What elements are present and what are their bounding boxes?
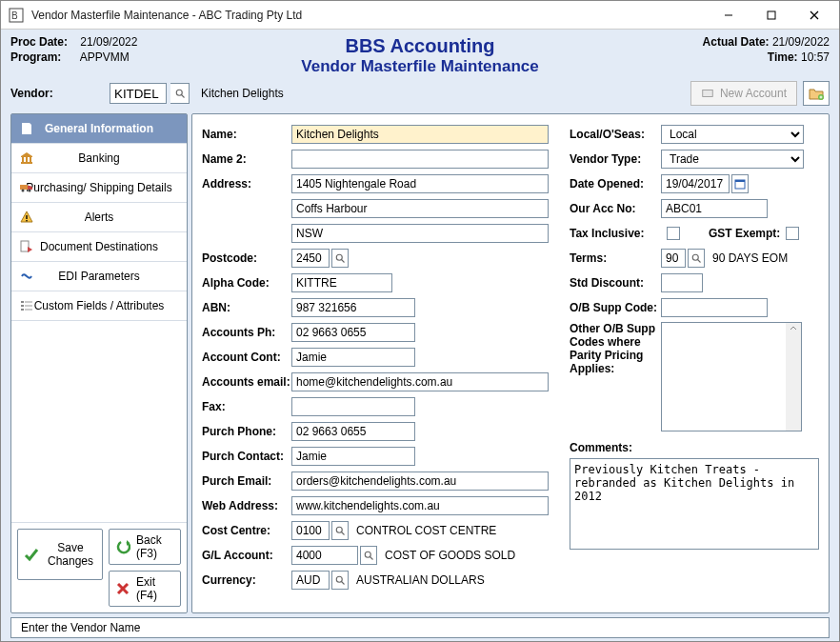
- addr2-input[interactable]: [291, 199, 549, 218]
- svg-line-35: [342, 532, 345, 535]
- exit-label: Exit (F4): [136, 575, 174, 602]
- purch-cont-input[interactable]: [291, 447, 415, 466]
- main-panel: Name: Name 2: Address: Postcode: Alpha C…: [191, 113, 830, 613]
- abn-label: ABN:: [202, 301, 291, 314]
- fax-label: Fax:: [202, 400, 291, 413]
- gl-input[interactable]: [291, 546, 358, 565]
- our-acc-input[interactable]: [661, 199, 768, 218]
- sidebar-item-general-information[interactable]: General Information: [11, 114, 187, 144]
- abn-input[interactable]: [291, 298, 415, 317]
- sidebar: General Information Banking Purchasing/ …: [10, 113, 188, 613]
- alert-icon: [19, 210, 34, 225]
- header: Proc Date: 21/09/2022 Actual Date: 21/09…: [1, 30, 839, 68]
- program-value: APPVMM: [80, 50, 130, 64]
- name2-input[interactable]: [291, 150, 549, 169]
- app-icon: B: [9, 8, 24, 23]
- postcode-input[interactable]: [291, 249, 330, 268]
- date-opened-input[interactable]: [661, 174, 730, 193]
- sidebar-item-edi-parameters[interactable]: EDI Parameters: [11, 262, 187, 291]
- cost-centre-search-button[interactable]: [331, 521, 349, 540]
- sidebar-item-document-destinations[interactable]: Document Destinations: [11, 232, 187, 262]
- svg-point-42: [692, 254, 698, 260]
- purch-email-input[interactable]: [291, 471, 549, 491]
- address-label: Address:: [202, 177, 291, 191]
- program-label: Program:: [10, 50, 77, 64]
- edi-icon: [19, 269, 34, 284]
- svg-text:B: B: [11, 10, 18, 21]
- tax-incl-label: Tax Inclusive:: [570, 227, 661, 240]
- vendor-code-input[interactable]: [110, 83, 167, 104]
- other-ob-label: Other O/B Supp Codes where Parity Pricin…: [570, 322, 661, 375]
- comments-textarea[interactable]: [570, 458, 819, 550]
- name-input[interactable]: [291, 125, 549, 144]
- local-select[interactable]: Local: [661, 125, 804, 144]
- svg-line-7: [181, 95, 184, 98]
- gst-exempt-checkbox[interactable]: [786, 227, 799, 240]
- currency-input[interactable]: [291, 571, 330, 590]
- acct-email-input[interactable]: [291, 372, 549, 391]
- addr3-input[interactable]: [291, 224, 549, 243]
- svg-point-36: [365, 552, 370, 557]
- currency-search-button[interactable]: [331, 571, 349, 590]
- bank-icon: [19, 150, 34, 166]
- chevron-up-icon: [789, 323, 798, 332]
- acct-cont-input[interactable]: [291, 348, 415, 367]
- comments-label: Comments:: [570, 441, 819, 454]
- purch-ph-input[interactable]: [291, 422, 415, 441]
- date-opened-calendar-button[interactable]: [731, 174, 749, 193]
- svg-line-37: [370, 557, 373, 560]
- folder-add-button[interactable]: [803, 81, 830, 106]
- minimize-button[interactable]: [707, 2, 750, 29]
- acct-ph-label: Accounts Ph:: [202, 326, 291, 339]
- cost-centre-input[interactable]: [291, 521, 330, 540]
- vendor-selector-row: Vendor: Kitchen Delights New Account: [1, 77, 839, 111]
- name2-label: Name 2:: [202, 152, 291, 166]
- new-account-button[interactable]: New Account: [690, 81, 797, 106]
- gl-search-button[interactable]: [360, 546, 377, 565]
- proc-date-label: Proc Date:: [10, 35, 77, 49]
- fax-input[interactable]: [291, 397, 415, 416]
- ob-supp-input[interactable]: [661, 298, 768, 317]
- std-disc-input[interactable]: [661, 273, 703, 292]
- vendor-label: Vendor:: [10, 87, 106, 100]
- scrollbar[interactable]: [786, 323, 801, 431]
- back-button[interactable]: Back (F3): [109, 529, 181, 565]
- svg-rect-22: [26, 220, 27, 221]
- local-label: Local/O'Seas:: [570, 128, 661, 141]
- vendor-type-select[interactable]: Trade: [661, 150, 804, 169]
- alpha-input[interactable]: [291, 273, 392, 292]
- tax-inclusive-checkbox[interactable]: [667, 227, 680, 240]
- svg-rect-14: [22, 157, 24, 162]
- title-bar: B Vendor Masterfile Maintenance - ABC Tr…: [1, 1, 839, 30]
- terms-search-button[interactable]: [688, 249, 705, 268]
- gst-exempt-label: GST Exempt:: [709, 227, 780, 240]
- purch-email-label: Purch Email:: [202, 474, 291, 488]
- exit-button[interactable]: Exit (F4): [109, 571, 181, 607]
- terms-name: 90 DAYS EOM: [712, 251, 788, 265]
- svg-line-39: [342, 582, 345, 585]
- svg-rect-27: [25, 305, 32, 307]
- proc-date-value: 21/09/2022: [80, 35, 137, 49]
- maximize-button[interactable]: [750, 2, 792, 29]
- postcode-search-button[interactable]: [331, 249, 349, 268]
- sidebar-item-custom-fields[interactable]: Custom Fields / Attributes: [11, 291, 187, 321]
- other-ob-codes-list[interactable]: [661, 322, 802, 431]
- web-input[interactable]: [291, 496, 549, 515]
- sidebar-item-alerts[interactable]: Alerts: [11, 203, 187, 232]
- vendor-search-button[interactable]: [170, 83, 190, 104]
- svg-point-19: [22, 190, 25, 192]
- terms-input[interactable]: [661, 249, 686, 268]
- gl-label: G/L Account:: [202, 549, 291, 562]
- acct-ph-input[interactable]: [291, 323, 415, 342]
- addr1-input[interactable]: [291, 174, 549, 193]
- time-label: Time:: [717, 50, 798, 64]
- sidebar-item-purchasing-shipping[interactable]: Purchasing/ Shipping Details: [11, 173, 187, 203]
- name-label: Name:: [202, 128, 291, 141]
- svg-rect-29: [25, 309, 32, 311]
- svg-rect-12: [24, 126, 30, 127]
- save-changes-button[interactable]: Save Changes: [17, 529, 103, 580]
- sidebar-item-banking[interactable]: Banking: [11, 144, 187, 173]
- time-value: 10:57: [801, 50, 830, 64]
- close-button[interactable]: [792, 2, 835, 29]
- vendor-type-label: Vendor Type:: [570, 152, 661, 166]
